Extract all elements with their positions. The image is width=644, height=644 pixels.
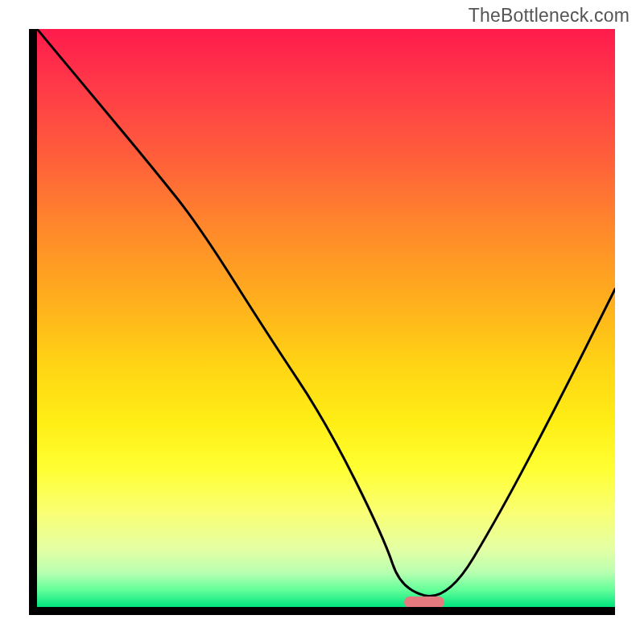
optimum-marker	[404, 597, 444, 608]
chart-root: TheBottleneck.com	[0, 0, 644, 644]
bottleneck-curve	[37, 29, 615, 607]
watermark-text: TheBottleneck.com	[469, 5, 630, 27]
plot-area	[29, 29, 615, 615]
